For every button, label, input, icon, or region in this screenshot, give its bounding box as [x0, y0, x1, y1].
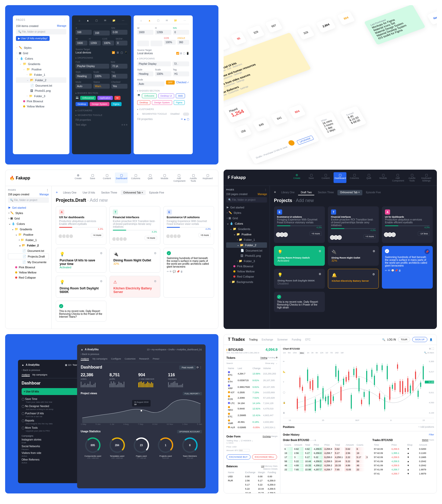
signup-btn[interactable]: SIGN UP	[412, 337, 427, 342]
full-report-btn[interactable]: FULL REPORT ›	[183, 392, 202, 395]
svg-rect-92	[412, 380, 413, 391]
login-link[interactable]: LOG IN	[387, 338, 396, 341]
laptop-icon: 💻	[76, 96, 79, 100]
sell-btn[interactable]: EXCHANGE SELL	[252, 454, 277, 460]
off-toggle[interactable]: OFF	[166, 80, 175, 85]
project-card[interactable]: AUX for dashboardsProductize ubiquitous …	[56, 206, 106, 245]
search-input[interactable]: 🔍 File, folder or project	[16, 29, 66, 34]
tree-yellow[interactable]: Yellow Mellow	[16, 104, 66, 109]
tablet-icon[interactable]: ▢	[121, 51, 123, 54]
svg-rect-18	[317, 376, 318, 388]
user-icon[interactable]: 👤	[429, 338, 432, 341]
project-card[interactable]: EEcommerce UI solutionsForaging Experien…	[163, 206, 214, 245]
svg-rect-72	[387, 366, 388, 379]
project-card[interactable]: TFinancial interfacesEvolve proactive RO…	[109, 206, 160, 245]
svg-rect-48	[356, 368, 357, 378]
svg-rect-22	[323, 388, 324, 399]
tool-content[interactable]: ▢Content	[100, 172, 113, 183]
box-icon[interactable]: ▢	[157, 19, 159, 22]
left-panel: ₿ BTC/USD 4,094.9 VOL 512,488.518 LOW 2,…	[224, 345, 280, 493]
svg-rect-78	[394, 383, 395, 390]
box-icon[interactable]: ▢	[95, 19, 98, 22]
buy-btn[interactable]: EXCHANGE BUY	[226, 454, 251, 460]
more-icon[interactable]: ⋮	[199, 366, 202, 369]
svg-rect-60	[371, 370, 372, 377]
tool-icon[interactable]: ✏	[283, 360, 288, 363]
sidebar-search[interactable]: 🔍 File, folder or project	[8, 197, 49, 203]
svg-rect-42	[348, 372, 349, 380]
layers-icon[interactable]: ▲	[87, 19, 89, 22]
pages-sidebar: PAGES ⋮ 158 items created Manage 🔍 File,…	[13, 15, 69, 154]
more-icon[interactable]: ⋯	[183, 19, 186, 22]
panel-analytika: ▲A Analytika▦ 13 › Team Pr ‹ Back to pre…	[5, 334, 218, 493]
svg-rect-30	[333, 396, 334, 401]
manage-link[interactable]: Manage	[57, 24, 66, 28]
wifi-icon[interactable]: 📶	[112, 51, 115, 54]
refresh-icon[interactable]: ⟳	[197, 366, 199, 369]
upgrade-btn[interactable]: UPGRADE ACCOUNT	[177, 430, 202, 433]
add-tab[interactable]: +	[274, 190, 276, 195]
svg-rect-10	[307, 370, 308, 381]
tree-photo[interactable]: 🖼 Photo01.png	[16, 88, 66, 93]
amount-input[interactable]	[239, 449, 250, 452]
tour-btn[interactable]: TOUR	[398, 337, 410, 342]
tree-pink[interactable]: Pink Blowout	[16, 99, 66, 104]
tool-dashboard[interactable]: ▢Dashboard	[115, 172, 128, 183]
tool-quilt[interactable]: ▢Quilt	[144, 172, 156, 183]
properties-panel-dark: ⌂▲▢✉📁⋯ X168 ㅤ168 SIN0.00 W1600 H1200i CO…	[72, 15, 131, 154]
svg-rect-62	[374, 376, 375, 385]
tree-positive[interactable]: ⌄📁 Positive	[16, 67, 66, 72]
candlestick-chart[interactable]: ✏📐T◯🔒🗑 5,3555,2175,1495,0114,5304,139 18…	[283, 356, 434, 418]
nav-colors[interactable]: ⌄💧 Colors	[16, 56, 66, 61]
svg-rect-38	[343, 379, 344, 385]
tool-create[interactable]: ⊕Create	[72, 172, 85, 183]
home-icon[interactable]: ⌂	[79, 19, 80, 22]
tool-module[interactable]: ▢Module	[158, 172, 171, 183]
svg-rect-12	[310, 381, 311, 389]
nav-grid[interactable]: ›▦ Grid	[16, 50, 66, 56]
home-icon[interactable]: ⌂	[140, 19, 142, 22]
new-campaign-btn[interactable]: New Campaign	[427, 5, 437, 25]
svg-rect-36	[340, 387, 342, 401]
checked-label[interactable]: Checked ✓	[176, 81, 189, 84]
tree-folder2[interactable]: ⌄📂 Folder_2	[16, 77, 66, 83]
page-title: Projects.Draft · Add new	[56, 198, 214, 203]
tree-folder1[interactable]: ›📁 Folder_1	[16, 72, 66, 77]
mobile-icon[interactable]: 📱	[124, 51, 127, 54]
svg-rect-70	[384, 397, 385, 409]
mail-icon[interactable]: ✉	[104, 19, 106, 22]
svg-rect-44	[351, 395, 352, 409]
nav-getstarted[interactable]: ▶ Get started	[8, 205, 49, 210]
app-logo: F Fakapp	[228, 175, 246, 180]
tool-save[interactable]: ▢Save	[86, 172, 99, 183]
search-icon[interactable]: 🔍	[382, 338, 385, 341]
svg-rect-74	[389, 387, 390, 399]
desktop-icon[interactable]: 🖥	[116, 51, 119, 54]
tree-gradients[interactable]: ⌄📁 Gradients	[16, 61, 66, 67]
svg-rect-56	[366, 371, 367, 382]
svg-rect-40	[346, 377, 347, 382]
tree-folder3[interactable]: ›📁 Folder_3	[16, 93, 66, 99]
tool-add-component[interactable]: ▢Add Component	[172, 172, 185, 183]
tool-columns[interactable]: ▢Columns	[129, 172, 142, 183]
folder-icon[interactable]: 📁	[174, 19, 177, 22]
use-ui-kits-btn[interactable]: + Use UI kits	[22, 388, 81, 395]
nav-styles[interactable]: ›✏️ Styles	[16, 45, 66, 50]
more-icon[interactable]: ⋮	[63, 19, 66, 22]
tool-keyboard[interactable]: ▢Keyboard	[201, 172, 214, 183]
promo-banner[interactable]: ▶ Use UI kits everyday!	[16, 36, 50, 41]
svg-rect-54	[364, 392, 365, 397]
svg-rect-96	[418, 391, 419, 397]
upgrade-btn[interactable]: UPGRADE	[297, 135, 314, 145]
tool-autofix-tools[interactable]: ▢Autofix Tools	[187, 172, 200, 183]
folder-icon[interactable]: 📁	[112, 19, 115, 22]
more-icon[interactable]: ⋮	[46, 189, 49, 192]
more-icon[interactable]: ⋯	[122, 19, 124, 22]
tree-doc[interactable]: 📄 Document.txt	[16, 83, 66, 88]
avatar[interactable]	[287, 140, 296, 146]
mail-icon[interactable]: ✉	[166, 19, 168, 22]
layers-icon[interactable]: ▲	[148, 19, 151, 22]
svg-rect-100	[423, 366, 424, 379]
svg-rect-4	[299, 378, 300, 387]
add-tab[interactable]: +	[56, 190, 58, 195]
